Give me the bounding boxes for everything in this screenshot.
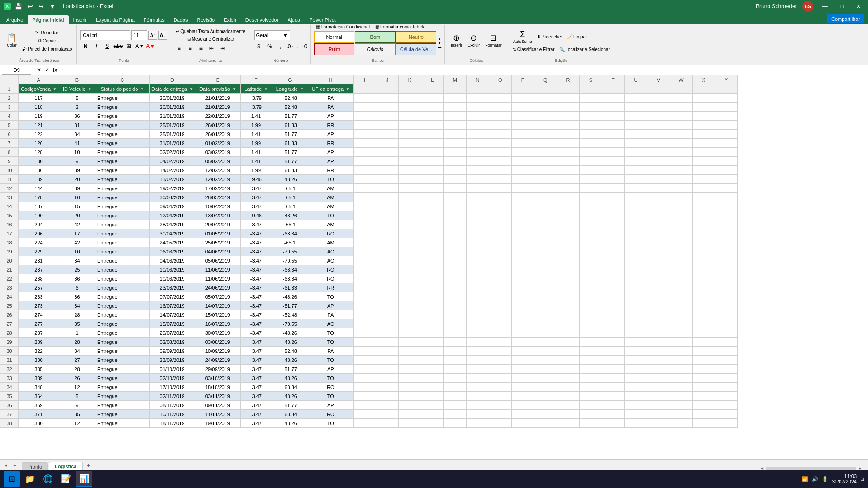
data-cell[interactable]: 339 xyxy=(19,374,59,383)
empty-cell[interactable] xyxy=(692,175,715,184)
empty-cell[interactable] xyxy=(670,148,692,157)
data-cell[interactable]: 10 xyxy=(59,193,95,202)
data-cell[interactable]: RO xyxy=(308,410,353,419)
decrease-indent-btn[interactable]: ⇤ xyxy=(207,43,217,53)
empty-cell[interactable] xyxy=(670,301,692,310)
data-cell[interactable]: 11/11/2019 xyxy=(195,410,240,419)
data-cell[interactable]: TO xyxy=(308,292,353,301)
empty-cell[interactable] xyxy=(692,256,715,265)
empty-cell[interactable] xyxy=(376,220,398,229)
empty-cell[interactable] xyxy=(579,103,602,112)
empty-cell[interactable] xyxy=(376,383,398,392)
data-cell[interactable]: 08/11/2019 xyxy=(150,401,195,410)
data-cell[interactable]: -48.26 xyxy=(272,328,308,338)
bold-button[interactable]: N xyxy=(80,41,90,51)
data-cell[interactable]: 17 xyxy=(59,229,95,238)
empty-cell[interactable] xyxy=(466,139,489,148)
empty-cell[interactable] xyxy=(353,347,376,356)
empty-cell[interactable] xyxy=(715,401,737,410)
empty-cell[interactable] xyxy=(534,265,557,274)
data-cell[interactable]: 09/04/2019 xyxy=(150,202,195,211)
empty-cell[interactable] xyxy=(602,274,624,283)
empty-cell[interactable] xyxy=(376,175,398,184)
empty-cell[interactable] xyxy=(511,301,534,310)
data-cell[interactable]: 02/08/2019 xyxy=(150,338,195,347)
empty-cell[interactable] xyxy=(466,410,489,419)
data-cell[interactable]: 10 xyxy=(59,148,95,157)
empty-cell[interactable] xyxy=(421,112,443,121)
empty-cell[interactable] xyxy=(624,310,647,319)
empty-cell[interactable] xyxy=(670,94,692,103)
data-cell[interactable]: 18/11/2019 xyxy=(150,419,195,428)
data-cell[interactable]: 30/07/2019 xyxy=(195,328,240,338)
empty-cell[interactable] xyxy=(557,283,579,292)
empty-cell[interactable] xyxy=(579,256,602,265)
data-cell[interactable]: 5 xyxy=(59,392,95,401)
data-cell[interactable]: 1.99 xyxy=(240,139,272,148)
data-cell[interactable]: 09/09/2019 xyxy=(150,347,195,356)
data-cell[interactable]: Entregue xyxy=(95,401,150,410)
empty-cell[interactable] xyxy=(489,365,511,374)
insert-button[interactable]: ⊕ Inserir xyxy=(448,33,464,49)
data-cell[interactable]: 21/01/2019 xyxy=(195,94,240,103)
data-cell[interactable]: 15/07/2019 xyxy=(195,310,240,319)
empty-cell[interactable] xyxy=(489,283,511,292)
empty-cell[interactable] xyxy=(511,383,534,392)
empty-cell[interactable] xyxy=(376,347,398,356)
empty-cell[interactable] xyxy=(715,419,737,428)
data-cell[interactable]: 12/02/2019 xyxy=(195,166,240,175)
empty-cell[interactable] xyxy=(353,328,376,338)
empty-cell[interactable] xyxy=(692,157,715,166)
data-cell[interactable]: RO xyxy=(308,229,353,238)
empty-cell[interactable] xyxy=(466,193,489,202)
data-cell[interactable]: -52.48 xyxy=(272,94,308,103)
empty-cell[interactable] xyxy=(715,229,737,238)
empty-cell[interactable] xyxy=(398,310,421,319)
empty-cell[interactable] xyxy=(579,139,602,148)
empty-cell[interactable] xyxy=(421,410,443,419)
empty-cell[interactable] xyxy=(443,130,466,139)
empty-cell[interactable] xyxy=(398,392,421,401)
empty-cell[interactable] xyxy=(602,211,624,220)
data-cell[interactable]: Entregue xyxy=(95,347,150,356)
empty-cell[interactable] xyxy=(715,374,737,383)
empty-cell[interactable] xyxy=(353,103,376,112)
taskbar-chrome[interactable]: 🌐 xyxy=(40,471,56,487)
empty-cell[interactable] xyxy=(647,157,670,166)
format-painter-button[interactable]: 🖌 Pincel de Formatação xyxy=(20,45,74,52)
empty-cell[interactable] xyxy=(715,247,737,256)
empty-cell[interactable] xyxy=(715,139,737,148)
empty-cell[interactable] xyxy=(670,220,692,229)
empty-cell[interactable] xyxy=(670,229,692,238)
empty-cell[interactable] xyxy=(602,148,624,157)
empty-cell[interactable] xyxy=(489,130,511,139)
empty-cell[interactable] xyxy=(489,229,511,238)
data-cell[interactable]: 371 xyxy=(19,410,59,419)
empty-cell[interactable] xyxy=(534,383,557,392)
data-cell[interactable]: Entregue xyxy=(95,103,150,112)
empty-cell[interactable] xyxy=(715,121,737,130)
empty-cell[interactable] xyxy=(534,157,557,166)
empty-cell[interactable] xyxy=(466,274,489,283)
empty-cell[interactable] xyxy=(376,121,398,130)
empty-cell[interactable] xyxy=(602,392,624,401)
empty-cell[interactable] xyxy=(466,247,489,256)
empty-cell[interactable] xyxy=(443,193,466,202)
empty-cell[interactable] xyxy=(353,365,376,374)
data-cell[interactable]: -48.26 xyxy=(272,211,308,220)
empty-cell[interactable] xyxy=(421,184,443,193)
empty-cell[interactable] xyxy=(557,166,579,175)
data-cell[interactable]: 263 xyxy=(19,292,59,301)
empty-cell[interactable] xyxy=(511,103,534,112)
empty-cell[interactable] xyxy=(398,103,421,112)
empty-cell[interactable] xyxy=(647,256,670,265)
empty-cell[interactable] xyxy=(534,247,557,256)
empty-cell[interactable] xyxy=(353,338,376,347)
empty-cell[interactable] xyxy=(421,374,443,383)
empty-cell[interactable] xyxy=(443,356,466,365)
empty-cell[interactable] xyxy=(647,383,670,392)
empty-cell[interactable] xyxy=(602,374,624,383)
col-header-H[interactable]: H xyxy=(308,75,353,84)
font-size-input[interactable] xyxy=(131,30,147,40)
empty-cell[interactable] xyxy=(557,419,579,428)
